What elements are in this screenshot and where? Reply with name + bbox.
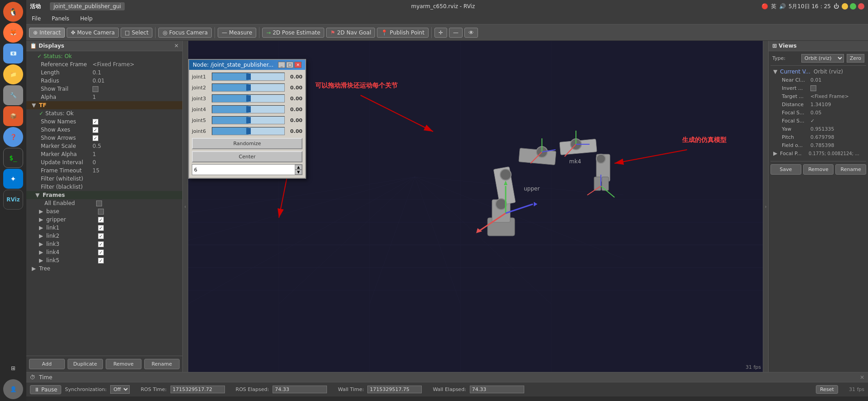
link5-checkbox[interactable] (98, 258, 104, 264)
invert-checkbox[interactable] (810, 85, 816, 91)
show-arrows-checkbox[interactable] (93, 135, 98, 141)
toolbar-publish-point-button[interactable]: 📍 Publish Point (377, 28, 428, 38)
center-button[interactable]: Center (192, 151, 302, 162)
right-panel-collapse[interactable]: › (763, 41, 768, 372)
toolbar-measure-button[interactable]: — Measure (218, 28, 256, 38)
tree-expand-icon[interactable]: ▶ (32, 265, 37, 272)
rename-button[interactable]: Rename (144, 359, 180, 369)
lang-indicator[interactable]: 英 (771, 3, 776, 10)
views-rename-button[interactable]: Rename (835, 164, 866, 175)
views-save-button[interactable]: Save (770, 164, 801, 175)
joint1-slider-handle[interactable] (246, 73, 251, 80)
joint5-slider-handle[interactable] (246, 117, 251, 123)
toolbar-2d-pose-button[interactable]: → 2D Pose Estimate (262, 28, 324, 38)
views-type-select[interactable]: Orbit (rviz) (801, 54, 844, 63)
panel-collapse-handle[interactable]: ‹ (183, 41, 188, 372)
joint-dialog-maximize-button[interactable]: □ (286, 62, 293, 68)
duplicate-button[interactable]: Duplicate (68, 359, 103, 369)
base-checkbox[interactable] (98, 209, 104, 215)
window-tab[interactable]: joint_state_publisher_gui (50, 2, 125, 10)
show-trail-checkbox[interactable] (93, 86, 98, 92)
dock-settings-icon[interactable]: 🔧 (3, 85, 23, 105)
toolbar-move-camera-button[interactable]: ✥ Move Camera (67, 28, 119, 38)
joint4-slider-container[interactable] (212, 105, 285, 113)
views-remove-button[interactable]: Remove (803, 164, 834, 175)
displays-close-icon[interactable]: ✕ (174, 43, 179, 49)
link1-checkbox[interactable] (98, 225, 104, 231)
minimize-button[interactable] (842, 3, 848, 10)
link2-expand-icon[interactable]: ▶ (39, 233, 44, 239)
add-button[interactable]: Add (29, 359, 65, 369)
link3-expand-icon[interactable]: ▶ (39, 241, 44, 247)
dock-appstore-icon[interactable]: 📦 (3, 106, 23, 126)
pause-button[interactable]: ⏸ Pause (30, 385, 61, 394)
joint5-slider-container[interactable] (212, 116, 285, 124)
current-view-expand-icon[interactable]: ▼ (773, 68, 779, 75)
volume-icon[interactable]: 🔊 (779, 3, 786, 10)
sync-select[interactable]: Off (110, 385, 130, 394)
joint2-slider-handle[interactable] (246, 84, 251, 91)
joint1-slider-container[interactable] (212, 73, 285, 81)
toolbar-select-button[interactable]: □ Select (121, 28, 152, 38)
randomize-button[interactable]: Randomize (192, 138, 302, 149)
joint-dialog-titlebar[interactable]: Node: /joint_state_publisher... _ □ ✕ (189, 60, 305, 70)
base-expand-icon[interactable]: ▶ (39, 208, 44, 215)
joint3-slider-handle[interactable] (246, 95, 251, 102)
dock-ubuntu-icon[interactable]: 🐧 (3, 2, 23, 22)
joint2-slider-container[interactable] (212, 83, 285, 92)
frames-expand-icon[interactable]: ▼ (35, 192, 41, 198)
dock-vscode-icon[interactable]: ✦ (3, 169, 23, 189)
dock-email-icon[interactable]: 📧 (3, 44, 23, 64)
focal-point-expand-icon[interactable]: ▶ (773, 150, 779, 156)
joint6-slider-container[interactable] (212, 127, 285, 135)
joint3-slider-container[interactable] (212, 94, 285, 103)
wall-elapsed-input[interactable] (470, 386, 524, 393)
maximize-button[interactable] (850, 3, 856, 10)
link5-expand-icon[interactable]: ▶ (39, 257, 44, 264)
power-icon[interactable]: ⏻ (834, 3, 839, 10)
reset-button[interactable]: Reset (816, 385, 838, 394)
toolbar-2d-nav-button[interactable]: ⚑ 2D Nav Goal (326, 28, 375, 38)
gripper-checkbox[interactable] (98, 217, 104, 223)
tf-expand-icon[interactable]: ▼ (32, 102, 37, 108)
wall-time-input[interactable] (367, 386, 422, 393)
joint4-slider-handle[interactable] (246, 106, 251, 112)
dock-rviz-icon[interactable]: RViz (3, 190, 23, 210)
toolbar-extra1-button[interactable]: ✛ (434, 28, 447, 38)
menu-panels[interactable]: Panels (50, 15, 71, 23)
link4-expand-icon[interactable]: ▶ (39, 249, 44, 255)
joint-dialog-close-button[interactable]: ✕ (294, 62, 302, 68)
show-axes-checkbox[interactable] (93, 127, 98, 133)
toolbar-extra2-button[interactable]: — (449, 28, 463, 38)
link4-checkbox[interactable] (98, 249, 104, 255)
remove-button[interactable]: Remove (106, 359, 141, 369)
dock-person-icon[interactable]: 👤 (3, 379, 23, 399)
toolbar-extra3-button[interactable]: 👁 (464, 28, 478, 38)
link3-checkbox[interactable] (98, 241, 104, 247)
toolbar-interact-button[interactable]: ⊕ Interact (29, 28, 65, 38)
views-zero-button[interactable]: Zero (847, 54, 864, 63)
close-button[interactable] (858, 3, 864, 10)
dock-terminal-icon[interactable]: $_ (3, 148, 23, 168)
ros-elapsed-input[interactable] (273, 386, 327, 393)
dock-files-icon[interactable]: 📁 (3, 64, 23, 84)
show-names-checkbox[interactable] (93, 119, 98, 125)
count-spinner-input[interactable] (192, 165, 295, 175)
count-spinner[interactable]: ▲ ▼ (192, 164, 302, 175)
spinner-down-button[interactable]: ▼ (295, 170, 302, 175)
dock-help-icon[interactable]: ❓ (3, 127, 23, 147)
link2-checkbox[interactable] (98, 233, 104, 239)
all-enabled-checkbox[interactable] (96, 200, 102, 206)
link1-expand-icon[interactable]: ▶ (39, 225, 44, 231)
menu-help[interactable]: Help (78, 15, 94, 23)
dock-grid-icon[interactable]: ⊞ (3, 358, 23, 378)
dock-firefox-icon[interactable]: 🦊 (3, 23, 23, 43)
toolbar-focus-camera-button[interactable]: ◎ Focus Camera (158, 28, 212, 38)
joint6-slider-handle[interactable] (246, 128, 251, 134)
time-close-icon[interactable]: ✕ (860, 374, 864, 381)
joint-dialog-minimize-button[interactable]: _ (278, 62, 285, 68)
menu-file[interactable]: File (30, 15, 43, 23)
gripper-expand-icon[interactable]: ▶ (39, 216, 44, 223)
ros-time-input[interactable] (171, 386, 225, 393)
spinner-up-button[interactable]: ▲ (295, 165, 302, 170)
